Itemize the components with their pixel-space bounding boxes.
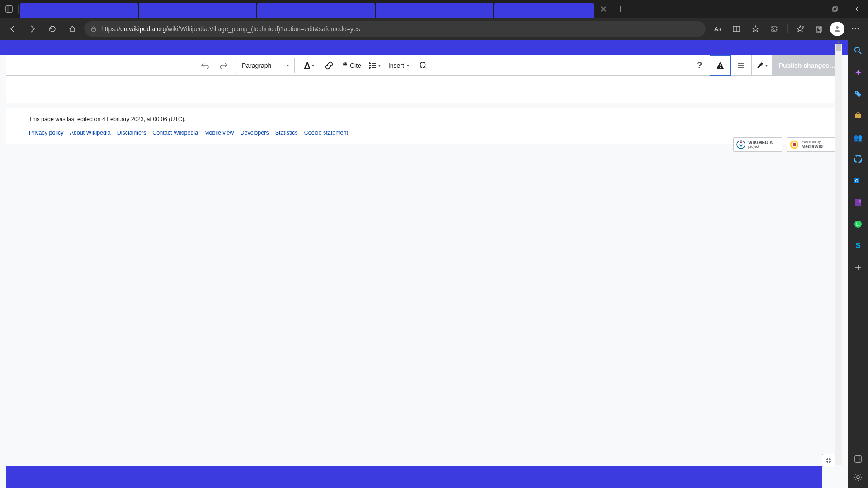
footer-links: Privacy policy About Wikipedia Disclaime…: [6, 127, 842, 144]
shopping-sidebar-icon[interactable]: [852, 88, 864, 100]
url-text: https://en.wikipedia.org/wiki/Wikipedia:…: [101, 25, 360, 33]
switch-editor-dropdown[interactable]: ▾: [751, 55, 772, 76]
chevron-down-icon: ▾: [407, 63, 409, 68]
extensions-button[interactable]: [766, 21, 783, 37]
insert-dropdown[interactable]: Insert▾: [384, 55, 414, 76]
chevron-down-icon: ▾: [765, 63, 768, 68]
whatsapp-sidebar-icon[interactable]: [852, 218, 864, 230]
games-sidebar-icon[interactable]: 👥: [852, 131, 864, 144]
separator: [18, 5, 19, 14]
menu-button[interactable]: [847, 21, 863, 37]
close-window-button[interactable]: [845, 0, 866, 18]
footer-link-disclaimers[interactable]: Disclaimers: [117, 130, 146, 136]
refresh-button[interactable]: [44, 21, 61, 37]
badge-text: project: [748, 145, 773, 149]
minimize-button[interactable]: [804, 0, 825, 18]
chevron-down-icon: ▾: [312, 63, 314, 68]
footer-link-contact[interactable]: Contact Wikipedia: [152, 130, 198, 136]
footer-link-mobile[interactable]: Mobile view: [204, 130, 234, 136]
svg-point-22: [720, 67, 721, 68]
url-input[interactable]: https://en.wikipedia.org/wiki/Wikipedia:…: [84, 21, 706, 37]
svg-rect-42: [855, 456, 861, 462]
chevron-down-icon: ▾: [378, 63, 381, 68]
list-dropdown[interactable]: ▾: [366, 55, 384, 76]
exit-fullscreen-button[interactable]: [822, 454, 835, 467]
outlook-sidebar-icon[interactable]: [852, 174, 864, 187]
notices-button[interactable]: [710, 55, 731, 76]
browser-tab[interactable]: [20, 3, 138, 18]
immersive-reader-button[interactable]: [728, 21, 745, 37]
footer-link-cookie[interactable]: Cookie statement: [304, 130, 348, 136]
cite-button[interactable]: ❝Cite: [338, 55, 366, 76]
tab-actions-button[interactable]: [2, 2, 16, 16]
badge-text: MediaWiki: [802, 144, 824, 149]
svg-point-16: [369, 62, 371, 64]
browser-tab-active[interactable]: [257, 3, 375, 18]
svg-point-34: [854, 155, 862, 163]
browser-tab[interactable]: [139, 3, 256, 18]
svg-point-29: [793, 143, 796, 146]
footer-link-statistics[interactable]: Statistics: [275, 130, 298, 136]
footer-link-about[interactable]: About Wikipedia: [70, 130, 110, 136]
back-button[interactable]: [5, 21, 21, 37]
collections-button[interactable]: [811, 21, 827, 37]
restore-button[interactable]: [825, 0, 845, 18]
window-controls: [804, 0, 866, 18]
help-button[interactable]: ?: [689, 55, 710, 76]
skype-sidebar-icon[interactable]: S: [852, 239, 864, 252]
footer-link-privacy[interactable]: Privacy policy: [29, 130, 63, 136]
redo-button[interactable]: [214, 55, 232, 76]
svg-point-37: [856, 180, 858, 182]
browser-tab[interactable]: [376, 3, 493, 18]
new-tab-button[interactable]: [613, 2, 628, 16]
tools-sidebar-icon[interactable]: [852, 109, 864, 122]
onenote-sidebar-icon[interactable]: [852, 196, 864, 209]
footer-link-developers[interactable]: Developers: [240, 130, 269, 136]
vertical-scrollbar[interactable]: ▲: [835, 44, 842, 465]
copilot-sidebar-icon[interactable]: ✦: [852, 66, 864, 79]
favorites-button[interactable]: [792, 21, 808, 37]
editor-body[interactable]: [6, 76, 842, 103]
lock-icon: [90, 26, 97, 32]
close-tab-button[interactable]: [597, 3, 610, 15]
browser-tab[interactable]: [494, 3, 594, 18]
wikimedia-icon: [736, 140, 745, 149]
text-style-dropdown[interactable]: A▾: [298, 55, 320, 76]
page-bluebar-top: [0, 40, 848, 55]
page-options-button[interactable]: [731, 55, 751, 76]
publish-button[interactable]: Publish changes…: [772, 55, 842, 76]
scrollbar-thumb[interactable]: [836, 44, 841, 51]
mediawiki-badge[interactable]: Powered byMediaWiki: [787, 137, 835, 152]
svg-point-18: [369, 65, 371, 66]
chevron-down-icon: ▾: [287, 63, 289, 68]
page-bluebar-bottom: [6, 466, 822, 488]
favorites-star-button[interactable]: [747, 21, 764, 37]
last-edited-text: This page was last edited on 4 February …: [6, 108, 842, 127]
editor-toolbar: Paragraph▾ A▾ ❝Cite ▾ Insert▾ Ω ? ▾ Publ…: [6, 55, 842, 76]
scroll-up-arrow[interactable]: ▲: [836, 40, 841, 44]
office-sidebar-icon[interactable]: [852, 153, 864, 165]
mediawiki-icon: [790, 140, 799, 149]
undo-button[interactable]: [196, 55, 214, 76]
address-bar: https://en.wikipedia.org/wiki/Wikipedia:…: [0, 18, 868, 40]
browser-viewport: Paragraph▾ A▾ ❝Cite ▾ Insert▾ Ω ? ▾ Publ…: [0, 40, 868, 488]
read-aloud-button[interactable]: A)): [709, 21, 726, 37]
add-sidebar-icon[interactable]: [852, 261, 864, 274]
forward-button[interactable]: [24, 21, 41, 37]
separator: [787, 24, 788, 33]
link-button[interactable]: [320, 55, 338, 76]
wikimedia-badge[interactable]: WIKIMEDIAproject: [733, 137, 782, 152]
special-char-button[interactable]: Ω: [414, 55, 432, 76]
svg-rect-40: [859, 202, 861, 203]
settings-sidebar-icon[interactable]: [852, 471, 864, 483]
search-sidebar-icon[interactable]: [852, 44, 864, 57]
titlebar: [0, 0, 868, 18]
page-empty-area: [6, 144, 842, 388]
svg-line-31: [859, 52, 861, 54]
svg-point-12: [836, 26, 839, 29]
collapse-sidebar-icon[interactable]: [852, 453, 864, 465]
svg-point-13: [852, 28, 854, 30]
profile-button[interactable]: [830, 22, 844, 36]
paragraph-format-dropdown[interactable]: Paragraph▾: [236, 58, 295, 73]
home-button[interactable]: [64, 21, 80, 37]
